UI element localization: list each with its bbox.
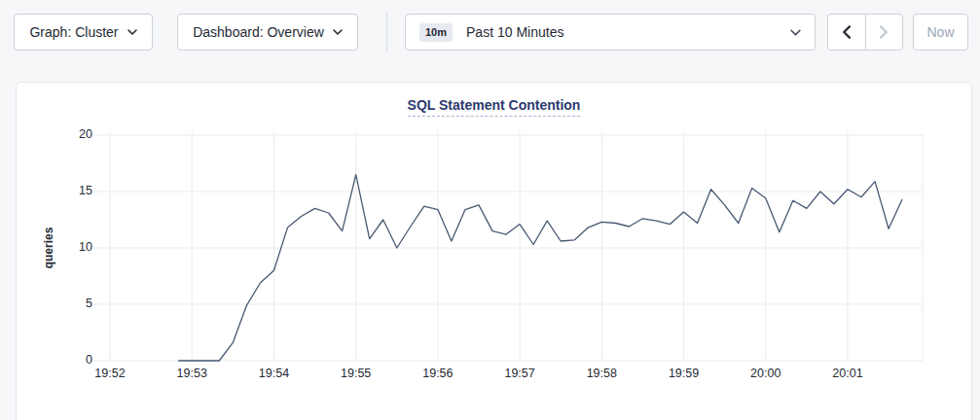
toolbar-divider (386, 12, 387, 52)
chevron-right-icon (880, 25, 889, 39)
x-tick-label: 19:55 (325, 367, 387, 380)
x-tick-label: 20:00 (735, 367, 797, 380)
prev-time-button[interactable] (828, 15, 865, 50)
x-tick-label: 19:52 (79, 367, 141, 380)
chevron-down-icon (127, 29, 137, 35)
x-tick-label: 19:56 (407, 367, 469, 380)
x-tick-label: 19:53 (161, 367, 223, 380)
chart-card: SQL Statement Contention queries 0510152… (16, 82, 972, 420)
next-time-button[interactable] (865, 15, 903, 50)
y-tick-label: 20 (54, 127, 92, 141)
x-tick-label: 19:59 (653, 367, 715, 380)
time-range-dropdown[interactable]: 10m Past 10 Minutes (405, 14, 816, 51)
y-tick-label: 0 (54, 353, 92, 367)
dashboard-dropdown[interactable]: Dashboard: Overview (177, 14, 358, 51)
x-tick-label: 19:58 (570, 367, 633, 380)
graph-dropdown-label: Graph: Cluster (29, 24, 118, 40)
time-step-buttons (827, 14, 903, 51)
chevron-down-icon (790, 29, 801, 36)
chevron-down-icon (333, 29, 343, 35)
x-tick-label: 20:01 (817, 367, 879, 380)
graph-dropdown[interactable]: Graph: Cluster (14, 14, 153, 51)
chevron-left-icon (842, 25, 851, 39)
dashboard-dropdown-label: Dashboard: Overview (193, 24, 324, 40)
x-tick-label: 19:54 (242, 367, 305, 380)
x-tick-label: 19:57 (489, 367, 551, 380)
time-range-badge: 10m (419, 23, 453, 42)
now-button[interactable]: Now (913, 14, 968, 51)
now-button-label: Now (926, 24, 954, 40)
y-tick-label: 10 (54, 240, 92, 254)
time-range-label: Past 10 Minutes (466, 24, 563, 40)
y-tick-label: 15 (54, 184, 92, 197)
series-line (178, 175, 902, 361)
y-tick-label: 5 (54, 297, 92, 310)
